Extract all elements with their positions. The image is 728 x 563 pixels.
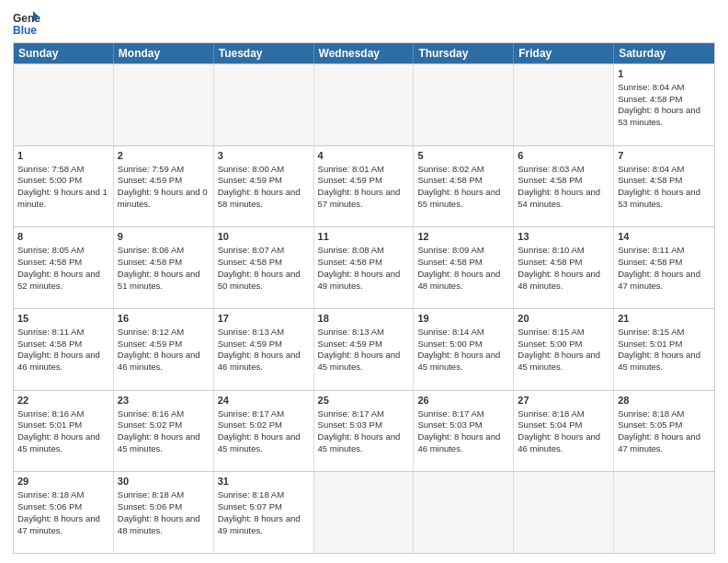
calendar-cell: 16Sunrise: 8:12 AMSunset: 4:59 PMDayligh… [114,309,214,390]
calendar-cell: 27Sunrise: 8:18 AMSunset: 5:04 PMDayligh… [514,391,614,472]
daylight: Daylight: 8 hours and 58 minutes. [218,187,301,209]
sunrise: Sunrise: 8:17 AM [218,408,284,419]
sunrise: Sunrise: 7:58 AM [17,164,84,174]
sunrise: Sunrise: 8:10 AM [518,245,584,255]
daylight: Daylight: 8 hours and 51 minutes. [118,269,200,291]
calendar-row: 15Sunrise: 8:11 AMSunset: 4:58 PMDayligh… [14,308,714,390]
calendar-cell: 29Sunrise: 8:18 AMSunset: 5:06 PMDayligh… [14,472,114,553]
calendar-cell: 26Sunrise: 8:17 AMSunset: 5:03 PMDayligh… [414,391,514,472]
daylight: Daylight: 8 hours and 45 minutes. [318,431,401,454]
sunset: Sunset: 5:04 PM [518,419,582,430]
sunset: Sunset: 4:59 PM [218,175,282,185]
day-number: 1 [618,67,711,81]
daylight: Daylight: 8 hours and 55 minutes. [417,187,500,209]
sunset: Sunset: 5:02 PM [118,419,182,430]
calendar-cell: 31Sunrise: 8:18 AMSunset: 5:07 PMDayligh… [214,472,314,553]
calendar-row: 22Sunrise: 8:16 AMSunset: 5:01 PMDayligh… [14,390,714,472]
sunrise: Sunrise: 8:16 AM [17,408,84,419]
daylight: Daylight: 8 hours and 45 minutes. [417,350,500,372]
sunrise: Sunrise: 8:18 AM [118,489,184,500]
sunset: Sunset: 5:01 PM [618,339,682,349]
sunrise: Sunrise: 8:18 AM [518,408,584,419]
day-number: 17 [218,312,310,326]
sunset: Sunset: 5:03 PM [417,419,482,430]
sunset: Sunset: 5:01 PM [17,419,82,430]
sunset: Sunset: 4:58 PM [518,175,582,185]
sunset: Sunset: 4:58 PM [318,257,382,267]
daylight: Daylight: 8 hours and 46 minutes. [518,431,600,454]
day-number: 27 [518,394,609,408]
daylight: Daylight: 8 hours and 45 minutes. [218,431,301,454]
sunrise: Sunrise: 8:14 AM [417,327,483,337]
daylight: Daylight: 8 hours and 48 minutes. [417,269,500,291]
sunrise: Sunrise: 8:17 AM [318,408,384,419]
calendar-cell: 24Sunrise: 8:17 AMSunset: 5:02 PMDayligh… [214,391,314,472]
calendar-cell: 4Sunrise: 8:01 AMSunset: 4:59 PMDaylight… [314,146,415,227]
day-number: 1 [17,149,109,163]
sunrise: Sunrise: 8:04 AM [618,82,684,92]
day-number: 5 [417,149,509,163]
calendar-cell-empty [14,64,114,145]
sunset: Sunset: 5:06 PM [118,501,182,511]
header-day-thursday: Thursday [414,43,514,63]
day-number: 22 [17,394,109,408]
calendar-row: 8Sunrise: 8:05 AMSunset: 4:58 PMDaylight… [14,226,714,308]
calendar-cell: 6Sunrise: 8:03 AMSunset: 4:58 PMDaylight… [514,146,614,227]
calendar-cell: 15Sunrise: 8:11 AMSunset: 4:58 PMDayligh… [14,309,114,390]
sunset: Sunset: 5:02 PM [218,419,282,430]
calendar-cell: 3Sunrise: 8:00 AMSunset: 4:59 PMDaylight… [214,146,314,227]
calendar-cell: 13Sunrise: 8:10 AMSunset: 4:58 PMDayligh… [514,227,614,308]
header-day-tuesday: Tuesday [214,43,314,63]
calendar-cell: 12Sunrise: 8:09 AMSunset: 4:58 PMDayligh… [414,227,514,308]
daylight: Daylight: 8 hours and 46 minutes. [118,350,200,372]
daylight: Daylight: 8 hours and 53 minutes. [618,187,700,209]
sunrise: Sunrise: 8:18 AM [618,408,684,419]
day-number: 23 [118,394,210,408]
day-number: 7 [618,149,711,163]
daylight: Daylight: 8 hours and 45 minutes. [17,431,100,454]
sunrise: Sunrise: 8:13 AM [218,327,284,337]
day-number: 3 [218,149,310,163]
sunrise: Sunrise: 8:15 AM [618,327,684,337]
sunrise: Sunrise: 8:15 AM [518,327,584,337]
sunset: Sunset: 4:58 PM [518,257,582,267]
sunset: Sunset: 5:03 PM [318,419,382,430]
sunrise: Sunrise: 8:08 AM [318,245,384,255]
calendar-cell: 18Sunrise: 8:13 AMSunset: 4:59 PMDayligh… [314,309,415,390]
calendar-row: 1Sunrise: 8:04 AMSunset: 4:58 PMDaylight… [14,63,714,145]
sunset: Sunset: 4:59 PM [318,175,382,185]
daylight: Daylight: 8 hours and 48 minutes. [118,513,200,535]
page: General Blue SundayMondayTuesdayWednesda… [0,0,728,563]
sunset: Sunset: 4:58 PM [417,257,482,267]
sunrise: Sunrise: 7:59 AM [118,164,184,174]
daylight: Daylight: 8 hours and 54 minutes. [518,187,600,209]
sunset: Sunset: 5:00 PM [518,339,582,349]
svg-text:Blue: Blue [13,24,37,37]
header-day-friday: Friday [514,43,614,63]
daylight: Daylight: 8 hours and 47 minutes. [618,431,700,454]
day-number: 8 [17,230,109,244]
daylight: Daylight: 8 hours and 47 minutes. [17,513,100,535]
header-day-monday: Monday [114,43,214,63]
day-number: 14 [618,230,711,244]
sunset: Sunset: 4:58 PM [417,175,482,185]
calendar-cell-empty [114,64,214,145]
calendar-cell-empty [314,472,415,553]
daylight: Daylight: 8 hours and 49 minutes. [318,269,401,291]
sunset: Sunset: 5:05 PM [618,419,682,430]
calendar-cell: 1Sunrise: 8:04 AMSunset: 4:58 PMDaylight… [614,64,714,145]
sunrise: Sunrise: 8:16 AM [118,408,184,419]
day-number: 28 [618,394,711,408]
sunset: Sunset: 4:59 PM [318,339,382,349]
sunset: Sunset: 4:58 PM [618,175,682,185]
sunrise: Sunrise: 8:18 AM [218,489,284,500]
calendar-cell: 11Sunrise: 8:08 AMSunset: 4:58 PMDayligh… [314,227,415,308]
calendar-cell-empty [414,64,514,145]
calendar-cell: 2Sunrise: 7:59 AMSunset: 4:59 PMDaylight… [114,146,214,227]
calendar-cell: 7Sunrise: 8:04 AMSunset: 4:58 PMDaylight… [614,146,714,227]
calendar-cell-empty [414,472,514,553]
sunset: Sunset: 4:59 PM [218,339,282,349]
day-number: 4 [318,149,410,163]
calendar-cell: 21Sunrise: 8:15 AMSunset: 5:01 PMDayligh… [614,309,714,390]
header-day-saturday: Saturday [614,43,714,63]
